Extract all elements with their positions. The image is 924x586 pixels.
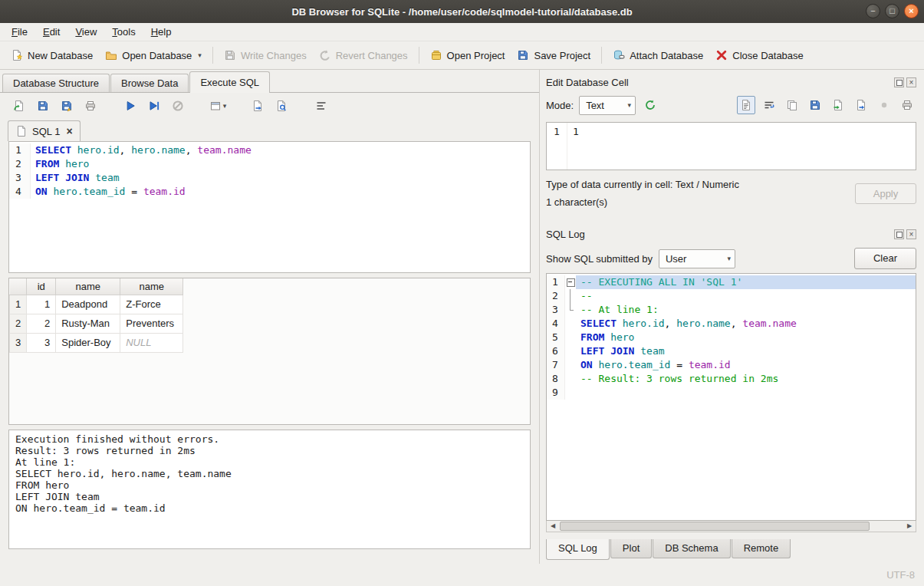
open-sql-icon[interactable] — [10, 97, 28, 115]
save-cell-icon[interactable] — [806, 96, 824, 114]
log-filter-select[interactable]: User ▾ — [659, 249, 735, 268]
row-number[interactable]: 3 — [10, 333, 27, 352]
tab-remote[interactable]: Remote — [732, 539, 791, 558]
save-as-sql-icon[interactable] — [58, 97, 76, 115]
column-header[interactable]: name — [56, 278, 120, 295]
cell[interactable]: Deadpond — [56, 295, 120, 314]
titlebar[interactable]: DB Browser for SQLite - /home/user/code/… — [0, 0, 924, 23]
clear-log-button[interactable]: Clear — [854, 248, 916, 269]
sql-editor[interactable]: 1SELECT hero.id, hero.name, team.name2FR… — [8, 141, 531, 273]
save-sql-icon[interactable] — [34, 97, 52, 115]
import-icon[interactable] — [829, 96, 847, 114]
cell[interactable]: 3 — [27, 333, 56, 352]
results-corner-header[interactable] — [10, 278, 27, 295]
code-text: -- EXECUTING ALL IN 'SQL 1' — [576, 275, 916, 289]
menu-help[interactable]: Help — [143, 24, 179, 40]
chevron-down-icon[interactable]: ▾ — [223, 102, 227, 110]
float-panel-icon[interactable] — [894, 77, 904, 87]
mode-apply-icon[interactable] — [641, 96, 659, 114]
print-icon[interactable] — [898, 96, 916, 114]
cell[interactable]: 1 — [27, 295, 56, 314]
code-line: 4ON hero.team_id = team.id — [9, 185, 530, 199]
column-header[interactable]: id — [27, 278, 56, 295]
revert-changes-button[interactable]: Revert Changes — [313, 45, 414, 65]
maximize-button[interactable]: □ — [885, 4, 899, 18]
log-filter-value: User — [666, 253, 686, 265]
execute-line-icon[interactable] — [145, 97, 163, 115]
null-marker-icon — [878, 99, 890, 111]
menu-edit[interactable]: Edit — [35, 24, 67, 40]
text-mode-icon[interactable] — [737, 96, 755, 114]
window-title: DB Browser for SQLite - /home/user/code/… — [0, 6, 924, 18]
cell[interactable]: Z-Force — [120, 295, 183, 314]
stop-icon[interactable] — [169, 97, 187, 115]
scroll-left-icon[interactable]: ◀ — [547, 521, 559, 532]
close-button[interactable]: × — [904, 4, 919, 18]
tab-browse-data[interactable]: Browse Data — [110, 74, 189, 92]
tab-db-schema[interactable]: DB Schema — [653, 539, 730, 558]
tab-sql-log[interactable]: SQL Log — [546, 539, 610, 560]
menu-view[interactable]: View — [67, 24, 104, 40]
sql-log-view[interactable]: 1-- EXECUTING ALL IN 'SQL 1'2--3-- At li… — [546, 273, 916, 521]
horizontal-scrollbar[interactable]: ◀ ▶ — [546, 521, 916, 532]
results-grid[interactable]: idnamename11DeadpondZ-Force22Rusty-ManPr… — [8, 278, 531, 425]
stop-icon — [172, 100, 184, 112]
code-text: ON hero.team_id = team.id — [576, 358, 916, 372]
menu-tools[interactable]: Tools — [104, 24, 143, 40]
scrollbar-track[interactable] — [559, 521, 903, 532]
save-as-sql-icon — [61, 100, 73, 112]
cell-value[interactable]: 1 — [567, 123, 579, 170]
mode-select[interactable]: Text ▾ — [579, 96, 636, 115]
cell[interactable]: Spider-Boy — [56, 333, 120, 352]
export-sql-icon[interactable] — [248, 97, 267, 115]
chevron-down-icon: ▾ — [628, 101, 632, 109]
minimize-button[interactable]: − — [866, 4, 880, 18]
close-tab-icon[interactable]: × — [66, 125, 72, 137]
open-project-button[interactable]: Open Project — [424, 45, 511, 65]
left-panel: Database StructureBrowse DataExecute SQL… — [0, 70, 539, 564]
cell-editor[interactable]: 1 1 — [546, 122, 916, 170]
close-database-button[interactable]: Close Database — [709, 45, 810, 65]
attach-database-button[interactable]: Attach Database — [607, 45, 709, 65]
format-icon[interactable] — [312, 97, 330, 115]
copy-icon[interactable] — [783, 96, 801, 114]
tab-plot[interactable]: Plot — [610, 539, 652, 558]
chevron-down-icon[interactable]: ▾ — [198, 51, 202, 59]
tab-sql-1[interactable]: SQL 1 × — [8, 120, 81, 141]
new-tab-icon[interactable]: ▾ — [209, 97, 227, 115]
float-panel-icon[interactable] — [894, 229, 904, 239]
tab-execute-sql[interactable]: Execute SQL — [189, 71, 270, 93]
new-tab-icon — [209, 100, 222, 112]
new-database-button[interactable]: New Database — [5, 45, 99, 65]
open-database-button[interactable]: Open Database▾ — [99, 45, 208, 65]
find-icon[interactable] — [272, 97, 291, 115]
cell[interactable]: NULL — [120, 333, 183, 352]
export-cell-icon[interactable] — [852, 96, 870, 114]
code-line: 7ON hero.team_id = team.id — [547, 358, 916, 372]
log-filter-row: Show SQL submitted by User ▾ Clear — [546, 244, 916, 273]
column-header[interactable]: name — [120, 278, 183, 295]
tab-database-structure[interactable]: Database Structure — [2, 74, 110, 92]
cell[interactable]: Preventers — [120, 314, 183, 333]
close-panel-icon[interactable]: × — [906, 229, 916, 239]
null-marker-icon[interactable] — [875, 96, 893, 114]
execute-icon[interactable] — [121, 97, 140, 115]
menu-file[interactable]: File — [4, 24, 35, 40]
find-icon — [275, 100, 288, 112]
row-number[interactable]: 2 — [10, 314, 27, 333]
close-panel-icon[interactable]: × — [906, 77, 916, 87]
scroll-right-icon[interactable]: ▶ — [903, 521, 916, 532]
print-icon[interactable] — [81, 97, 100, 115]
scrollbar-thumb[interactable] — [560, 522, 870, 531]
apply-button[interactable]: Apply — [855, 183, 916, 204]
row-number[interactable]: 1 — [10, 295, 27, 314]
panel-controls: × — [894, 229, 916, 239]
line-number: 4 — [547, 317, 565, 331]
write-changes-button[interactable]: Write Changes — [218, 45, 313, 65]
cell[interactable]: 2 — [27, 314, 56, 333]
save-project-button[interactable]: Save Project — [511, 45, 597, 65]
message-line: LEFT JOIN team — [15, 491, 524, 502]
panel-controls: × — [894, 77, 916, 87]
word-wrap-icon[interactable] — [760, 96, 778, 114]
cell[interactable]: Rusty-Man — [56, 314, 120, 333]
